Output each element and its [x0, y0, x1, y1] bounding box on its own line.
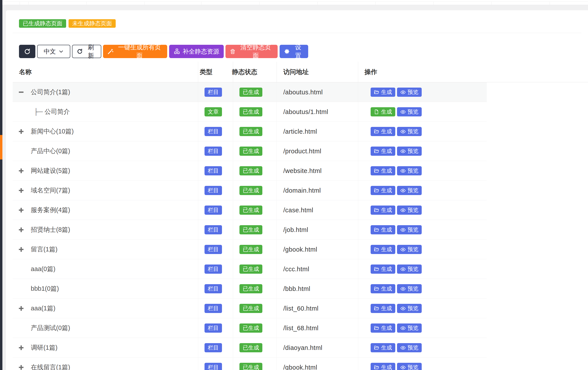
table-row: ├─ 域名空间(7篇) 栏目 已生成 /domain.html 生成 预览	[13, 181, 487, 200]
tree-toggle[interactable]	[18, 305, 25, 312]
tree-toggle[interactable]	[18, 226, 25, 233]
generate-button[interactable]: 生成	[371, 127, 395, 136]
refresh-button[interactable]: 刷新	[72, 45, 101, 58]
page-name: ├─ 产品测试(0篇)	[31, 324, 70, 332]
generate-button[interactable]: 生成	[371, 245, 395, 254]
page-url: /website.html	[283, 167, 322, 174]
page-url: /domain.html	[283, 187, 321, 194]
generate-button[interactable]: 生成	[371, 186, 395, 195]
preview-button[interactable]: 预览	[397, 206, 422, 215]
type-badge: 栏目	[205, 284, 222, 293]
tree-toggle[interactable]	[18, 88, 25, 96]
tree-toggle[interactable]	[18, 207, 25, 214]
language-select-value: 中文	[44, 47, 56, 56]
preview-button[interactable]: 预览	[397, 225, 422, 234]
header-url: 访问地址	[283, 62, 309, 82]
section-divider	[13, 33, 581, 33]
page-url: /job.html	[283, 226, 308, 233]
page-name: ├─ 招贤纳士(8篇)	[31, 225, 70, 234]
generate-button[interactable]: 生成	[371, 264, 395, 274]
preview-button[interactable]: 预览	[397, 363, 422, 370]
clear-static-label: 清空静态页面	[238, 43, 273, 60]
preview-button[interactable]: 预览	[397, 324, 422, 333]
page-name: ├─ 公司简介(1篇)	[31, 88, 70, 97]
header-name: 名称	[19, 62, 32, 82]
eye-icon	[400, 188, 406, 193]
generate-button[interactable]: 生成	[371, 343, 395, 352]
generate-all-button[interactable]: 一键生成所有页面	[103, 45, 167, 58]
language-select[interactable]: 中文	[37, 45, 70, 58]
eye-icon	[400, 168, 406, 174]
generate-button[interactable]: 生成	[371, 87, 395, 97]
status-badge: 已生成	[240, 304, 262, 313]
preview-button[interactable]: 预览	[397, 245, 422, 254]
page-url: /product.html	[283, 147, 321, 155]
table-row: ├─ bbb1(0篇) 栏目 已生成 /bbb.html 生成 预览	[13, 279, 487, 299]
generate-button[interactable]: 生成	[371, 324, 395, 333]
tree-toggle[interactable]	[18, 364, 25, 370]
tree-toggle[interactable]	[18, 187, 25, 194]
plus-icon	[18, 187, 25, 194]
sidebar-active-indicator[interactable]	[0, 135, 2, 159]
page-name: ├─ 产品中心(0篇)	[31, 147, 70, 155]
generate-button[interactable]: 生成	[371, 206, 395, 215]
settings-button[interactable]: 设置	[280, 45, 308, 58]
generate-button[interactable]: 生成	[371, 304, 395, 313]
folder-open-icon	[374, 345, 379, 350]
generate-button[interactable]: 生成	[371, 147, 395, 156]
collapsed-sidebar	[0, 0, 2, 370]
preview-button[interactable]: 预览	[397, 107, 422, 116]
type-badge: 栏目	[205, 166, 222, 175]
preview-button[interactable]: 预览	[397, 87, 422, 97]
column-divider	[358, 62, 358, 82]
generate-button[interactable]: 生成	[371, 284, 395, 293]
plus-icon	[18, 226, 25, 233]
complete-assets-button[interactable]: 补全静态资源	[169, 45, 224, 58]
folder-open-icon	[374, 149, 379, 154]
strip-column-divider	[433, 1, 434, 5]
strip-column-divider	[259, 1, 260, 5]
page-name: ├─ 留言(1篇)	[31, 245, 57, 254]
type-badge: 文章	[205, 107, 222, 116]
tree-toggle[interactable]	[18, 128, 25, 135]
clear-static-button[interactable]: 清空静态页面	[225, 45, 278, 58]
tree-toggle[interactable]	[18, 246, 25, 253]
status-badge: 已生成	[240, 166, 262, 175]
preview-button[interactable]: 预览	[397, 304, 422, 313]
refresh-button-label: 刷新	[85, 43, 96, 60]
page-url: /aboutus/1.html	[283, 108, 328, 115]
page-url: /gbook.html	[283, 246, 317, 253]
preview-button[interactable]: 预览	[397, 147, 422, 156]
page-url: /list_60.html	[283, 305, 318, 312]
settings-label: 设置	[293, 43, 304, 60]
page-name: ├─ 网站建设(5篇)	[31, 166, 70, 175]
top-cutoff-table-strip	[2, 0, 588, 5]
preview-button[interactable]: 预览	[397, 284, 422, 293]
generate-button[interactable]: 生成	[371, 225, 395, 234]
generate-button[interactable]: 生成	[371, 363, 395, 370]
eye-icon	[400, 207, 406, 213]
preview-button[interactable]: 预览	[397, 264, 422, 274]
preview-button[interactable]: 预览	[397, 166, 422, 175]
preview-button[interactable]: 预览	[397, 127, 422, 136]
generate-button[interactable]: 生成	[371, 107, 395, 116]
eye-icon	[400, 286, 406, 291]
strip-column-divider	[86, 1, 87, 5]
plus-icon	[18, 364, 25, 370]
refresh-icon-button[interactable]	[19, 45, 35, 58]
eye-icon	[400, 89, 406, 95]
generate-button[interactable]: 生成	[371, 166, 395, 175]
status-badge: 已生成	[240, 284, 262, 293]
page-url: /article.html	[283, 128, 317, 135]
folder-open-icon	[374, 129, 379, 134]
folder-open-icon	[374, 306, 379, 311]
type-badge: 栏目	[205, 324, 222, 333]
preview-button[interactable]: 预览	[397, 343, 422, 352]
table-row: ├─ 公司简介 文章 已生成 /aboutus/1.html 生成 预览	[13, 102, 487, 122]
tree-toggle[interactable]	[18, 167, 25, 174]
strip-column-divider	[492, 1, 492, 5]
type-badge: 栏目	[205, 264, 222, 274]
preview-button[interactable]: 预览	[397, 186, 422, 195]
complete-assets-label: 补全静态资源	[183, 47, 219, 56]
tree-toggle[interactable]	[18, 344, 25, 351]
